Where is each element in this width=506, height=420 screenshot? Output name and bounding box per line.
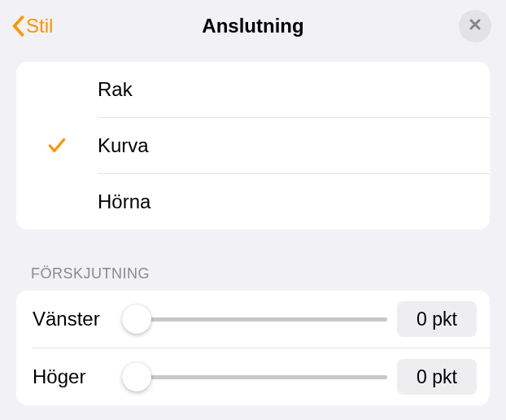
offset-row-right: Höger 0 pkt xyxy=(16,348,490,405)
connection-type-list: Rak Kurva Hörna xyxy=(16,62,490,230)
slider-right[interactable] xyxy=(122,375,387,379)
close-button[interactable] xyxy=(459,10,491,42)
offset-label: Vänster xyxy=(33,308,122,330)
value-box-right[interactable]: 0 pkt xyxy=(397,359,477,395)
connection-option-horna[interactable]: Hörna xyxy=(16,174,490,230)
page-title: Anslutning xyxy=(202,15,303,37)
checkmark-icon xyxy=(16,80,98,99)
offset-label: Höger xyxy=(33,365,122,388)
option-label: Rak xyxy=(98,78,133,101)
value-box-left[interactable]: 0 pkt xyxy=(397,301,477,337)
checkmark-icon xyxy=(16,192,98,212)
back-button[interactable]: Stil xyxy=(11,15,53,37)
connection-option-kurva[interactable]: Kurva xyxy=(16,118,490,173)
chevron-left-icon xyxy=(11,15,24,37)
option-label: Kurva xyxy=(98,134,149,157)
option-label: Hörna xyxy=(98,190,150,213)
checkmark-icon xyxy=(16,135,98,156)
offset-group: Vänster 0 pkt Höger 0 pkt xyxy=(16,291,490,405)
section-header-offset: FÖRSKJUTNING xyxy=(0,230,506,291)
offset-row-left: Vänster 0 pkt xyxy=(16,291,490,348)
back-label: Stil xyxy=(26,15,53,37)
slider-left[interactable] xyxy=(122,317,387,322)
close-icon xyxy=(469,18,482,34)
connection-option-rak[interactable]: Rak xyxy=(16,62,490,117)
